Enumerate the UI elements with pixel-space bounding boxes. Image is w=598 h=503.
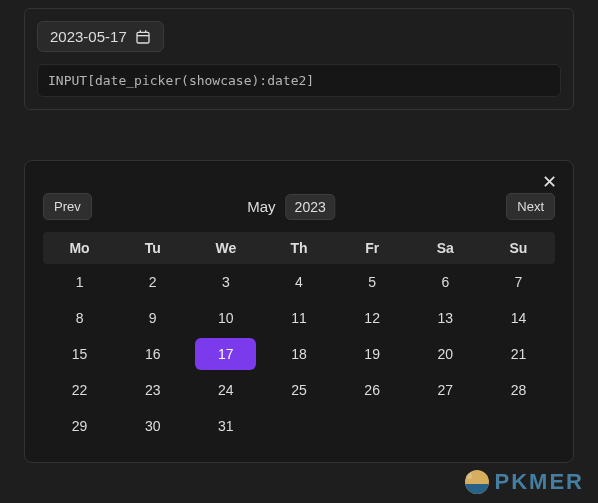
next-month-button[interactable]: Next: [506, 193, 555, 220]
day-cell[interactable]: 24: [189, 372, 262, 408]
day-cell[interactable]: 6: [409, 264, 482, 300]
day-cell[interactable]: 11: [262, 300, 335, 336]
day-cell[interactable]: 14: [482, 300, 555, 336]
weekday-cell: Su: [482, 232, 555, 264]
day-cell[interactable]: 2: [116, 264, 189, 300]
day-cell[interactable]: 4: [262, 264, 335, 300]
day-cell[interactable]: 27: [409, 372, 482, 408]
weekday-cell: Mo: [43, 232, 116, 264]
calendar-header: Prev May 2023 Next: [43, 193, 555, 220]
date-value: 2023-05-17: [50, 28, 127, 45]
day-cell[interactable]: 30: [116, 408, 189, 444]
month-year-display: May 2023: [247, 194, 335, 220]
day-cell[interactable]: 9: [116, 300, 189, 336]
day-cell[interactable]: 21: [482, 336, 555, 372]
days-grid: 1234567891011121314151617181920212223242…: [43, 264, 555, 444]
calendar-popover: ✕ Prev May 2023 Next MoTuWeThFrSaSu 1234…: [24, 160, 574, 463]
watermark: PKMER: [465, 469, 584, 495]
weekday-cell: We: [189, 232, 262, 264]
watermark-logo-icon: [465, 470, 489, 494]
day-cell[interactable]: 31: [189, 408, 262, 444]
day-cell[interactable]: 10: [189, 300, 262, 336]
watermark-text: PKMER: [495, 469, 584, 495]
close-icon[interactable]: ✕: [538, 171, 561, 193]
day-cell[interactable]: 22: [43, 372, 116, 408]
day-cell[interactable]: 26: [336, 372, 409, 408]
day-cell[interactable]: 15: [43, 336, 116, 372]
weekday-cell: Fr: [336, 232, 409, 264]
date-picker-field-container: 2023-05-17 INPUT[date_picker(showcase):d…: [24, 8, 574, 110]
day-cell[interactable]: 19: [336, 336, 409, 372]
day-cell[interactable]: 28: [482, 372, 555, 408]
year-selector[interactable]: 2023: [286, 194, 335, 220]
day-cell[interactable]: 25: [262, 372, 335, 408]
day-cell[interactable]: 18: [262, 336, 335, 372]
day-cell[interactable]: 7: [482, 264, 555, 300]
weekday-cell: Th: [262, 232, 335, 264]
svg-rect-0: [137, 32, 149, 43]
date-picker-trigger[interactable]: 2023-05-17: [37, 21, 164, 52]
weekday-header-row: MoTuWeThFrSaSu: [43, 232, 555, 264]
calendar-icon: [135, 29, 151, 45]
day-cell[interactable]: 16: [116, 336, 189, 372]
day-cell[interactable]: 23: [116, 372, 189, 408]
day-cell[interactable]: 5: [336, 264, 409, 300]
weekday-cell: Tu: [116, 232, 189, 264]
day-cell[interactable]: 13: [409, 300, 482, 336]
month-label: May: [247, 198, 275, 215]
day-cell[interactable]: 12: [336, 300, 409, 336]
day-cell[interactable]: 1: [43, 264, 116, 300]
input-code-display: INPUT[date_picker(showcase):date2]: [37, 64, 561, 97]
day-cell[interactable]: 8: [43, 300, 116, 336]
weekday-cell: Sa: [409, 232, 482, 264]
day-cell[interactable]: 29: [43, 408, 116, 444]
day-cell[interactable]: 17: [195, 338, 256, 370]
day-cell[interactable]: 20: [409, 336, 482, 372]
prev-month-button[interactable]: Prev: [43, 193, 92, 220]
day-cell[interactable]: 3: [189, 264, 262, 300]
